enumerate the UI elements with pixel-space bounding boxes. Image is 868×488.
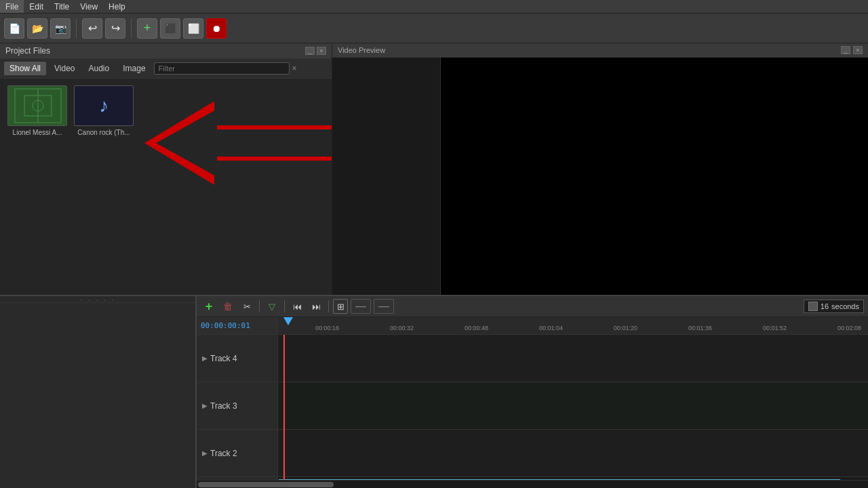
track4-content[interactable] (278, 335, 868, 382)
track4-name: Track 4 (210, 354, 237, 363)
tl-skip-end-button[interactable]: ⏭ (308, 299, 324, 314)
vp-minimize-btn[interactable]: _ (841, 46, 850, 54)
pf-close-btn[interactable]: × (317, 47, 326, 55)
tracks-container: ▶ Track 4 ▶ Track 3 ▶ Track 2 ▶ Track 1 (197, 335, 868, 480)
delete-track-button[interactable]: 🗑 (220, 299, 236, 314)
resize-handle[interactable]: · · · · · (0, 296, 195, 303)
audio-label: Canon rock (Th... (73, 129, 134, 136)
tl-skip-start-button[interactable]: ⏮ (289, 299, 305, 314)
ruler-row: 00:00:00:01 00:00:16 00:00:32 00:00:48 0… (197, 317, 868, 335)
project-files-section: Project Files _ × Show All Video Audio I… (0, 43, 332, 301)
track-label-2: ▶ Track 2 (197, 430, 277, 477)
timecode-cell: 00:00:00:01 (197, 317, 278, 334)
menubar: File Edit Title View Help (0, 0, 868, 14)
ruler-mark-4: 00:01:20 (614, 325, 637, 331)
snap-button[interactable]: ⊞ (333, 299, 348, 314)
timeline-content: 00:00:00:01 00:00:16 00:00:32 00:00:48 0… (197, 317, 868, 488)
track2-content[interactable] (278, 430, 868, 477)
zoom-in-button[interactable]: — (374, 299, 394, 314)
razor-tool-button[interactable]: ✂ (239, 299, 255, 314)
track3-content[interactable] (278, 382, 868, 430)
vp-title: Video Preview (338, 46, 385, 54)
track2-arrow: ▶ (202, 449, 208, 457)
bottom-area: · · · · · + 🗑 ✂ ▽ ⏮ ⏭ ⊞ — — 16 seconds (0, 295, 868, 488)
vp-header: Video Preview _ × (332, 43, 868, 58)
track1-content[interactable] (278, 477, 868, 480)
seconds-box: 16 seconds (804, 300, 864, 313)
tl-sep-1 (259, 300, 260, 312)
playhead-marker[interactable] (283, 317, 293, 325)
pf-content: Lionel Messi A... ♪ Canon rock (Th... (0, 79, 332, 300)
seconds-label: seconds (831, 302, 859, 310)
tl-sep-2 (284, 300, 285, 312)
video-thumb-svg (8, 85, 66, 126)
ruler-mark-6: 00:01:52 (763, 325, 787, 331)
seconds-value: 16 (821, 302, 829, 310)
media-item-audio[interactable]: ♪ Canon rock (Th... (73, 85, 134, 136)
filter-button[interactable]: ▽ (264, 299, 280, 314)
drag-dots: · · · · · (79, 294, 115, 305)
timecode-display: 00:00:00:01 (201, 321, 250, 330)
undo-button[interactable]: ↩ (82, 18, 102, 39)
pf-minimize-btn[interactable]: _ (305, 47, 315, 55)
timeline-scrollbar[interactable] (197, 480, 868, 488)
toolbar-separator-1 (76, 19, 77, 38)
add-button[interactable]: + (137, 18, 157, 39)
tl-sep-3 (328, 300, 329, 312)
timeline-seconds-display: 16 seconds (804, 300, 864, 313)
record-button[interactable]: ⏺ (206, 18, 226, 39)
svg-marker-6 (146, 102, 332, 184)
tab-image[interactable]: Image (117, 62, 151, 75)
tab-video[interactable]: Video (49, 62, 80, 75)
timeline-area: + 🗑 ✂ ▽ ⏮ ⏭ ⊞ — — 16 seconds (197, 295, 868, 488)
audio-thumbnail: ♪ (74, 85, 134, 126)
vp-close-btn[interactable]: × (853, 46, 863, 54)
menu-help[interactable]: Help (103, 0, 131, 13)
video-thumbnail (7, 85, 67, 126)
track-label-3: ▶ Track 3 (197, 382, 277, 430)
tab-show-all[interactable]: Show All (4, 62, 46, 75)
track1-clip[interactable] (278, 479, 841, 480)
snapshot-button[interactable]: ⬛ (160, 18, 180, 39)
svg-marker-7 (156, 109, 332, 177)
track-label-4: ▶ Track 4 (197, 335, 277, 382)
svg-marker-5 (146, 113, 332, 143)
zoom-out-button[interactable]: — (351, 299, 371, 314)
timeline-toolbar: + 🗑 ✂ ▽ ⏮ ⏭ ⊞ — — 16 seconds (197, 296, 868, 317)
filter-clear-icon[interactable]: × (292, 64, 297, 73)
ruler-marks: 00:00:16 00:00:32 00:00:48 00:01:04 00:0… (278, 317, 868, 334)
media-item-video[interactable]: Lionel Messi A... (7, 85, 68, 136)
timeline-ruler[interactable]: 00:00:16 00:00:32 00:00:48 00:01:04 00:0… (278, 317, 868, 334)
ruler-mark-2: 00:00:48 (465, 325, 488, 331)
add-track-button[interactable]: + (201, 299, 217, 314)
scroll-thumb[interactable] (198, 482, 334, 487)
ruler-mark-1: 00:00:32 (390, 325, 414, 331)
toolbar-separator-2 (131, 19, 132, 38)
capture-button[interactable]: 📷 (50, 18, 71, 39)
open-button[interactable]: 📂 (27, 18, 47, 39)
menu-title[interactable]: Title (49, 0, 75, 13)
seconds-icon (808, 302, 818, 311)
props-bottom: · · · · · (0, 295, 197, 488)
tab-audio[interactable]: Audio (83, 62, 115, 75)
ruler-mark-5: 00:01:36 (688, 325, 712, 331)
ruler-mark-7: 00:02:08 (837, 325, 861, 331)
track3-name: Track 3 (210, 401, 237, 411)
menu-edit[interactable]: Edit (24, 0, 49, 13)
menu-view[interactable]: View (75, 0, 103, 13)
vp-header-buttons: _ × (841, 46, 863, 54)
track-labels-column: ▶ Track 4 ▶ Track 3 ▶ Track 2 ▶ Track 1 (197, 335, 278, 480)
video-label: Lionel Messi A... (7, 129, 68, 136)
playhead-triangle (283, 317, 293, 325)
ruler-mark-3: 00:01:04 (539, 325, 563, 331)
menu-file[interactable]: File (0, 0, 24, 13)
tracks-content-area (278, 335, 868, 480)
pf-tabs: Show All Video Audio Image × (0, 59, 332, 79)
redo-button[interactable]: ↪ (105, 18, 125, 39)
project-files-title: Project Files (5, 46, 50, 56)
export-button[interactable]: ⬜ (183, 18, 203, 39)
ruler-mark-0: 00:00:16 (315, 325, 339, 331)
filter-input[interactable] (154, 62, 290, 75)
new-button[interactable]: 📄 (4, 18, 24, 39)
pf-header: Project Files _ × (0, 43, 332, 59)
